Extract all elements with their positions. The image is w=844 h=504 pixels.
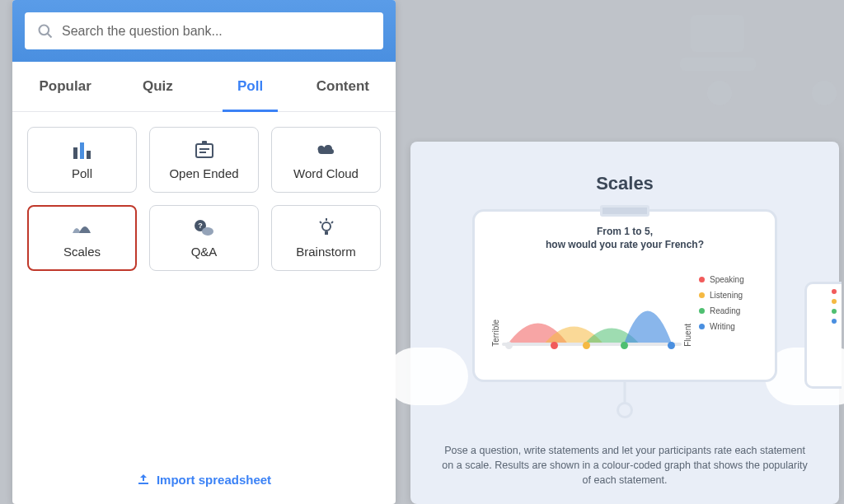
scales-icon xyxy=(71,218,94,238)
svg-rect-5 xyxy=(196,144,213,157)
svg-line-1 xyxy=(48,33,52,37)
card-label: Brainstorm xyxy=(296,245,356,259)
chart-legend: Speaking Listening Reading Writing xyxy=(692,259,758,346)
card-word-cloud[interactable]: Word Cloud xyxy=(271,127,381,193)
side-preview-right xyxy=(804,282,842,389)
search-box[interactable] xyxy=(25,12,383,49)
preview-heading: Scales xyxy=(596,173,654,194)
card-label: Q&A xyxy=(191,245,218,259)
question-type-grid: Poll Open Ended Word Cloud Scales ? Q&A xyxy=(12,112,396,286)
search-icon xyxy=(37,23,54,40)
card-label: Open Ended xyxy=(169,166,238,180)
svg-point-0 xyxy=(40,25,49,35)
axis-low-label: Terrible xyxy=(491,315,500,347)
svg-rect-13 xyxy=(325,231,328,235)
qa-icon: ? xyxy=(194,218,215,238)
import-row: Import spreadsheet xyxy=(12,458,396,505)
chart-body: Terrible Fluent xyxy=(491,259,758,346)
import-label: Import spreadsheet xyxy=(157,473,271,487)
svg-rect-3 xyxy=(80,142,84,159)
legend-item-writing: Writing xyxy=(699,322,758,331)
tab-quiz[interactable]: Quiz xyxy=(111,62,204,111)
upload-icon xyxy=(137,473,150,486)
import-spreadsheet-link[interactable]: Import spreadsheet xyxy=(137,473,271,487)
bar-chart-icon xyxy=(72,140,93,160)
svg-line-15 xyxy=(320,222,321,223)
tab-poll[interactable]: Poll xyxy=(204,62,297,111)
brainstorm-icon xyxy=(317,218,335,238)
legend-item-speaking: Speaking xyxy=(699,275,758,284)
preview-monitor: From 1 to 5, how would you rate your Fre… xyxy=(472,209,777,432)
axis-high-label: Fluent xyxy=(683,319,692,347)
svg-rect-8 xyxy=(199,152,206,153)
svg-rect-7 xyxy=(199,148,209,150)
preview-panel: Scales From 1 to 5, how would you rate y… xyxy=(410,142,839,504)
question-type-panel: Popular Quiz Poll Content Poll Open Ende… xyxy=(12,0,396,504)
chart-title: From 1 to 5, how would you rate your Fre… xyxy=(491,225,758,251)
text-box-icon xyxy=(195,140,214,160)
category-tabs: Popular Quiz Poll Content xyxy=(12,62,396,112)
svg-text:?: ? xyxy=(198,222,203,230)
svg-point-11 xyxy=(202,227,213,236)
search-header xyxy=(12,0,396,62)
preview-description: Pose a question, write statements and le… xyxy=(431,438,818,488)
card-brainstorm[interactable]: Brainstorm xyxy=(271,205,381,271)
svg-line-16 xyxy=(331,222,333,223)
card-label: Word Cloud xyxy=(293,166,359,180)
card-open-ended[interactable]: Open Ended xyxy=(149,127,259,193)
legend-item-reading: Reading xyxy=(699,306,758,315)
legend-item-listening: Listening xyxy=(699,291,758,300)
card-poll[interactable]: Poll xyxy=(27,127,137,193)
svg-rect-4 xyxy=(87,151,91,159)
svg-rect-6 xyxy=(202,141,207,144)
search-input[interactable] xyxy=(62,24,371,39)
svg-point-12 xyxy=(322,222,331,231)
svg-rect-2 xyxy=(73,147,77,159)
chart-area xyxy=(502,259,682,346)
card-label: Scales xyxy=(63,245,101,259)
cloud-icon xyxy=(315,140,338,160)
svg-rect-17 xyxy=(138,483,148,484)
card-scales[interactable]: Scales xyxy=(27,205,137,271)
card-qa[interactable]: ? Q&A xyxy=(149,205,259,271)
tab-content[interactable]: Content xyxy=(297,62,389,111)
tab-popular[interactable]: Popular xyxy=(19,62,111,111)
card-label: Poll xyxy=(72,166,92,180)
